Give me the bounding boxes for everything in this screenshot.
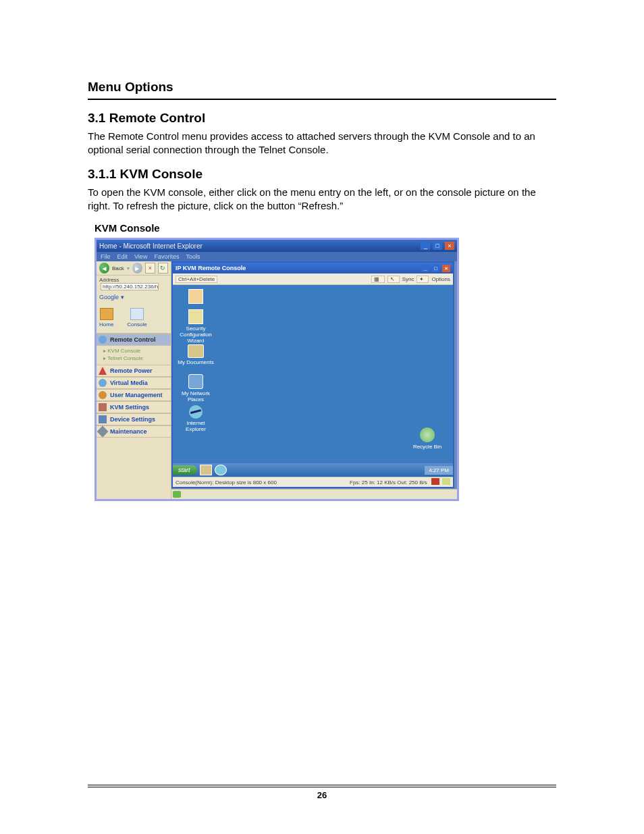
address-bar: Address http://50.240.152.236/h bbox=[97, 276, 171, 293]
address-label: Address bbox=[99, 277, 119, 283]
taskbar-item-icon[interactable] bbox=[215, 465, 227, 475]
menu-edit[interactable]: Edit bbox=[117, 253, 128, 260]
kvm-status-bar: Console(Norm): Desktop size is 800 x 600… bbox=[173, 477, 453, 487]
remote-desktop[interactable]: My Computer Security Configuration Wizar… bbox=[173, 285, 453, 477]
home-label: Home bbox=[99, 321, 113, 328]
taskbar-item-icon[interactable] bbox=[200, 465, 212, 475]
menu-label: KVM Settings bbox=[110, 404, 149, 411]
back-label[interactable]: Back bbox=[112, 265, 124, 271]
internet-explorer-icon bbox=[189, 405, 203, 419]
kvm-console-text: To open the KVM console, either click on… bbox=[88, 186, 556, 213]
menu-label: User Management bbox=[110, 392, 163, 398]
icon-label: Internet Explorer bbox=[186, 420, 206, 432]
my-network-icon bbox=[188, 374, 203, 389]
menu-virtual-media[interactable]: Virtual Media bbox=[97, 377, 171, 389]
security-wizard-icon bbox=[188, 309, 203, 324]
ie-menu-bar: File Edit View Favorites Tools bbox=[97, 252, 457, 261]
close-icon[interactable]: × bbox=[445, 242, 454, 250]
menu-label: Remote Power bbox=[110, 367, 153, 374]
menu-maintenance[interactable]: Maintenance bbox=[97, 425, 171, 438]
kvm-settings-icon bbox=[99, 403, 107, 411]
ie-toolbar: ◄ Back ▾ ► × ↻ bbox=[97, 261, 171, 276]
icon-label: Recycle Bin bbox=[413, 444, 441, 450]
remote-control-text: The Remote Control menu provides access … bbox=[88, 130, 556, 157]
admin-sidebar: ◄ Back ▾ ► × ↻ Address http://50.240.152… bbox=[97, 261, 171, 499]
menu-favorites[interactable]: Favorites bbox=[154, 253, 179, 260]
refresh-button-icon[interactable]: ↻ bbox=[158, 263, 168, 273]
admin-menu: Remote Control ▸ KVM Console ▸ Telnet Co… bbox=[97, 334, 171, 499]
my-documents-icon bbox=[188, 344, 204, 358]
desktop-icon-my-network-places[interactable]: My Network Places bbox=[177, 374, 215, 402]
ie-title-bar: Home - Microsoft Internet Explorer _ □ × bbox=[97, 240, 457, 252]
forward-button-icon[interactable]: ► bbox=[132, 263, 142, 273]
desktop-icon-my-documents[interactable]: My Documents bbox=[177, 344, 215, 365]
user-management-icon bbox=[99, 391, 107, 399]
page-footer: 26 bbox=[88, 781, 556, 801]
menu-remote-control[interactable]: Remote Control bbox=[97, 334, 171, 346]
menu-file[interactable]: File bbox=[101, 253, 111, 260]
kvm-minimize-icon[interactable]: _ bbox=[421, 265, 429, 272]
ie-status-bar bbox=[171, 489, 457, 499]
options-button[interactable]: Options bbox=[431, 276, 450, 282]
home-button[interactable]: Home bbox=[99, 308, 113, 328]
menu-device-settings[interactable]: Device Settings bbox=[97, 413, 171, 425]
maximize-icon[interactable]: □ bbox=[433, 242, 442, 250]
stop-button-icon[interactable]: × bbox=[145, 263, 155, 273]
menu-label: Maintenance bbox=[110, 428, 147, 435]
menu-label: Device Settings bbox=[110, 416, 155, 423]
cursor-tool-icon[interactable]: ↖ bbox=[387, 276, 400, 283]
submenu-remote-control: ▸ KVM Console ▸ Telnet Console bbox=[97, 346, 171, 365]
icon-label: My Network Places bbox=[182, 390, 210, 402]
submenu-telnet-console[interactable]: ▸ Telnet Console bbox=[103, 355, 171, 362]
minimize-icon[interactable]: _ bbox=[421, 242, 430, 250]
admin-main: IP KVM Remote Console _ □ × Ctrl+Alt+Del… bbox=[171, 261, 457, 499]
kvm-console-screenshot: Home - Microsoft Internet Explorer _ □ ×… bbox=[95, 238, 459, 501]
menu-label: Remote Control bbox=[110, 336, 156, 343]
back-button-icon[interactable]: ◄ bbox=[99, 263, 109, 273]
sync-button[interactable]: Sync bbox=[402, 276, 414, 282]
remote-power-icon bbox=[99, 367, 107, 375]
virtual-media-icon bbox=[99, 379, 107, 387]
google-toolbar[interactable]: Google ▾ bbox=[97, 293, 171, 303]
desktop-icon-recycle-bin[interactable]: Recycle Bin bbox=[407, 427, 448, 450]
kvm-close-icon[interactable]: × bbox=[442, 265, 450, 272]
figure-caption: KVM Console bbox=[95, 222, 556, 234]
icon-label: My Documents bbox=[178, 359, 213, 365]
home-icon bbox=[100, 308, 113, 320]
recycle-bin-icon bbox=[420, 427, 435, 442]
kvm-maximize-icon[interactable]: □ bbox=[431, 265, 439, 272]
remote-control-heading: 3.1 Remote Control bbox=[88, 111, 556, 126]
ie-window-title: Home - Microsoft Internet Explorer bbox=[99, 242, 203, 250]
status-left: Console(Norm): Desktop size is 800 x 600 bbox=[176, 479, 277, 486]
console-icon bbox=[130, 308, 144, 320]
menu-kvm-settings[interactable]: KVM Settings bbox=[97, 401, 171, 413]
status-indicator-icon bbox=[442, 478, 450, 485]
kvm-console-heading: 3.1.1 KVM Console bbox=[88, 167, 556, 182]
taskbar: start 4:27 PM bbox=[173, 463, 453, 477]
address-input[interactable]: http://50.240.152.236/h bbox=[101, 283, 159, 290]
desktop-icon-internet-explorer[interactable]: Internet Explorer bbox=[177, 405, 215, 432]
home-console-row: Home Console bbox=[97, 303, 171, 334]
submenu-kvm-console[interactable]: ▸ KVM Console bbox=[103, 347, 171, 355]
menu-label: Virtual Media bbox=[110, 380, 148, 386]
status-dot-icon bbox=[173, 491, 181, 498]
console-button[interactable]: Console bbox=[127, 308, 146, 328]
menu-remote-power[interactable]: Remote Power bbox=[97, 365, 171, 377]
start-button[interactable]: start bbox=[173, 465, 197, 475]
desktop-icon-my-computer[interactable]: My Computer bbox=[177, 289, 215, 305]
console-label: Console bbox=[127, 321, 146, 328]
divider bbox=[88, 99, 556, 100]
ctrl-alt-delete-button[interactable]: Ctrl+Alt+Delete bbox=[176, 276, 217, 283]
tool-icon[interactable]: ✦ bbox=[417, 276, 429, 283]
system-tray-clock[interactable]: 4:27 PM bbox=[425, 466, 453, 475]
device-settings-icon bbox=[99, 415, 107, 423]
kvm-remote-console-window: IP KVM Remote Console _ □ × Ctrl+Alt+Del… bbox=[171, 261, 454, 488]
page-number: 26 bbox=[88, 790, 556, 800]
menu-user-management[interactable]: User Management bbox=[97, 389, 171, 401]
menu-view[interactable]: View bbox=[134, 253, 147, 260]
desktop-icon-security-wizard[interactable]: Security Configuration Wizard bbox=[177, 309, 215, 344]
menu-tools[interactable]: Tools bbox=[186, 253, 200, 260]
my-computer-icon bbox=[188, 289, 203, 304]
grid-tool-icon[interactable]: ▦ bbox=[371, 276, 385, 283]
status-right: Fps: 25 In: 12 KB/s Out: 250 B/s bbox=[350, 479, 427, 486]
